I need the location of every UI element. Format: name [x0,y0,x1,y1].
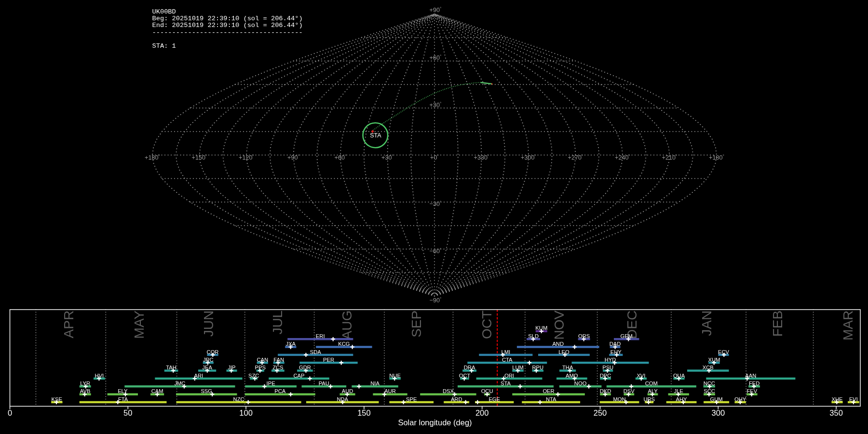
svg-text:JUL: JUL [270,311,285,335]
svg-text:MAY: MAY [132,310,147,339]
svg-text:SPE: SPE [406,396,417,402]
svg-text:LYR: LYR [80,380,90,386]
svg-text:AUR: AUR [384,388,396,394]
svg-text:+90°: +90° [430,6,442,14]
svg-text:NOO: NOO [574,380,587,386]
svg-text:+150°: +150° [192,154,207,161]
svg-text:STA: 1: STA: 1 [152,42,176,50]
svg-text:Solar longitude (deg): Solar longitude (deg) [398,418,472,427]
svg-text:SEP: SEP [409,311,424,338]
svg-text:+300°: +300° [521,154,536,161]
svg-text:CAN: CAN [257,357,268,363]
svg-text:GEM: GEM [620,333,632,339]
svg-text:XUM: XUM [708,357,720,363]
svg-text:ALY: ALY [648,388,658,394]
svg-text:ERI: ERI [316,333,325,339]
svg-text:FEB: FEB [770,311,785,337]
svg-text:Beg: 20251019 22:39:10 (sol =: Beg: 20251019 22:39:10 (sol = 206.44°) [152,15,303,22]
svg-text:DAD: DAD [610,341,621,347]
svg-text:ELY: ELY [118,388,128,394]
svg-text:+60°: +60° [335,154,347,161]
svg-text:+90°: +90° [287,154,299,161]
svg-text:+30°: +30° [381,154,393,161]
svg-text:JAN: JAN [699,311,714,336]
svg-text:AUG: AUG [339,311,354,340]
svg-text:APR: APR [61,311,76,339]
svg-text:AMO: AMO [566,373,578,379]
svg-text:+180°: +180° [145,154,160,161]
svg-text:SCC: SCC [704,388,715,394]
svg-text:+330°: +330° [474,154,489,161]
svg-text:TAH: TAH [166,365,176,370]
svg-text:STA: STA [370,132,381,139]
svg-text:+30°: +30° [430,101,442,108]
svg-text:JIP: JIP [228,365,235,370]
svg-text:HYD: HYD [605,357,616,363]
svg-text:HVI: HVI [95,373,104,379]
svg-text:DSV: DSV [624,388,635,394]
svg-text:JRC: JRC [203,357,214,363]
svg-text:SDA: SDA [310,349,322,355]
svg-text:ZCS: ZCS [272,365,283,370]
svg-text:NDA: NDA [337,396,348,402]
svg-text:JUN: JUN [201,311,216,337]
svg-text:KSE: KSE [52,396,62,402]
svg-text:PPS: PPS [255,365,266,370]
svg-text:AAN: AAN [745,373,756,379]
svg-text:XVI: XVI [637,373,645,379]
svg-text:JLE: JLE [674,388,683,394]
svg-text:NIA: NIA [370,380,380,386]
svg-text:SLD: SLD [528,333,539,339]
svg-text:DRA: DRA [464,365,475,370]
svg-text:OCT: OCT [459,373,471,379]
svg-text:CAP: CAP [293,373,304,379]
svg-text:+120°: +120° [239,154,254,161]
svg-text:PER: PER [323,357,334,363]
svg-text:+210°: +210° [662,154,678,161]
svg-text:ORS: ORS [578,333,590,339]
svg-text:100: 100 [239,408,253,417]
svg-text:OCU: OCU [481,388,493,394]
svg-text:URS: URS [643,396,655,402]
svg-text:CTA: CTA [502,357,513,363]
svg-text:300: 300 [712,408,725,417]
svg-text:JXA: JXA [286,341,296,347]
svg-text:EHY: EHY [610,349,622,355]
svg-text:LUM: LUM [512,365,524,370]
svg-text:OHY: OHY [734,396,746,402]
svg-text:UK00BD: UK00BD [152,8,176,15]
svg-text:+180°: +180° [709,154,724,161]
svg-text:AVB: AVB [80,388,91,394]
svg-text:DPC: DPC [600,373,611,379]
svg-text:IPE: IPE [267,380,275,386]
svg-text:COR: COR [207,349,219,355]
svg-text:ECV: ECV [718,349,730,355]
svg-text:KUM: KUM [535,325,547,331]
svg-text:ARI: ARI [194,373,203,379]
svg-text:DSX: DSX [443,388,454,394]
svg-text:PCA: PCA [274,388,286,394]
svg-text:NUE: NUE [389,373,401,379]
svg-text:------------------------------: -------------------------------------- [152,29,303,36]
svg-text:MON: MON [613,396,626,402]
svg-text:FTA: FTA [118,396,128,402]
svg-text:COM: COM [645,380,658,386]
svg-text:GUM: GUM [710,396,723,402]
svg-text:LEO: LEO [558,349,570,355]
svg-text:PAU: PAU [319,380,329,386]
svg-text:150: 150 [357,408,371,417]
svg-text:350: 350 [829,408,843,417]
svg-text:FED: FED [749,380,760,386]
svg-text:MAR: MAR [841,311,855,340]
svg-text:AUD: AUD [342,388,353,394]
svg-text:XCB: XCB [703,365,714,370]
svg-text:ORI: ORI [504,373,514,379]
svg-text:AND: AND [552,341,564,347]
svg-text:EGE: EGE [488,396,500,402]
svg-text:−90°: −90° [430,297,442,304]
svg-text:JMC: JMC [174,380,185,386]
svg-text:KCG: KCG [338,341,350,347]
svg-text:FAN: FAN [273,357,284,363]
svg-text:200: 200 [475,408,489,417]
svg-text:DKD: DKD [600,388,611,394]
